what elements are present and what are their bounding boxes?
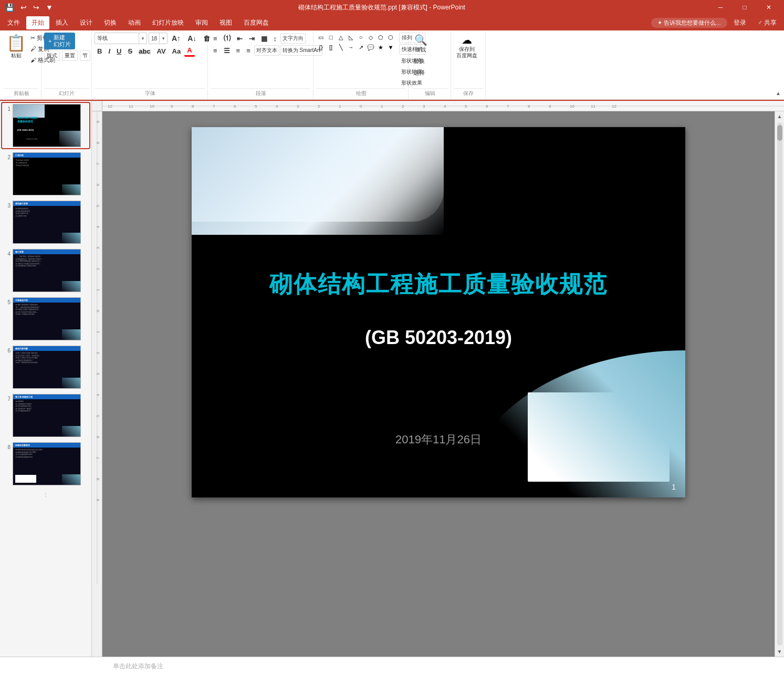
new-slide-button[interactable]: + 新建 幻灯片 bbox=[44, 33, 75, 49]
replace-button[interactable]: 替换 bbox=[411, 56, 427, 66]
shape-line[interactable]: ╲ bbox=[336, 43, 346, 52]
shape-triangle[interactable]: △ bbox=[336, 33, 346, 42]
slide-num-8: 8 bbox=[3, 442, 11, 450]
font-color-button[interactable]: A bbox=[184, 45, 194, 57]
menu-animations[interactable]: 动画 bbox=[123, 16, 146, 29]
shape-diamond[interactable]: ◇ bbox=[366, 33, 375, 42]
slide-deco-top bbox=[192, 127, 444, 222]
paste-label: 粘贴 bbox=[11, 52, 22, 59]
font-group-label: 字体 bbox=[95, 88, 205, 98]
s6-content: ■ 修订了砌体工程施工验收流程 ■ 对文字进行了梳理，表述更简洁 ■ 修订了砌体… bbox=[13, 351, 80, 365]
cols-button[interactable]: ▦ bbox=[258, 34, 270, 44]
reset-button[interactable]: 重置 bbox=[62, 50, 78, 61]
menu-baidu[interactable]: 百度网盘 bbox=[238, 16, 274, 29]
restore-button[interactable]: □ bbox=[733, 0, 757, 15]
indent-less-button[interactable]: ⇤ bbox=[234, 34, 245, 44]
underline-button[interactable]: U bbox=[114, 46, 124, 56]
s7-deco bbox=[62, 426, 80, 437]
section-button[interactable]: 节 bbox=[80, 50, 90, 61]
case-button[interactable]: Aa bbox=[170, 46, 184, 56]
redo-button[interactable]: ↪ bbox=[31, 2, 41, 13]
shape-more[interactable]: ▼ bbox=[386, 43, 395, 52]
bullets-button[interactable]: ≡ bbox=[211, 34, 220, 44]
slide-preview-5: 主要修改内容 ■ 增加了配筋砌体工程验收条款 第一，砌体用块材及砂浆检验项目 ■… bbox=[13, 297, 81, 340]
indent-more-button[interactable]: ⇥ bbox=[246, 34, 257, 44]
align-right-button[interactable]: ≡ bbox=[234, 46, 243, 56]
shape-curly[interactable]: ↗ bbox=[356, 43, 365, 52]
menu-design[interactable]: 设计 bbox=[75, 16, 98, 29]
share-button[interactable]: ♂ 共享 bbox=[752, 16, 782, 29]
strikethrough-button[interactable]: S bbox=[125, 46, 135, 56]
shape-rect2[interactable]: □ bbox=[326, 33, 336, 42]
svg-text:7: 7 bbox=[507, 104, 509, 109]
menu-transitions[interactable]: 切换 bbox=[99, 16, 122, 29]
menu-slideshow[interactable]: 幻灯片放映 bbox=[147, 16, 189, 29]
line-spacing-button[interactable]: ↕ bbox=[271, 34, 280, 44]
save-baidu-button[interactable]: ☁ 保存到 百度网盘 bbox=[454, 33, 480, 60]
slide-thumb-2[interactable]: 2 汇报内容 01 规范修订的背景 02 主要修改内容 03 各章节详细说明 bbox=[2, 151, 89, 196]
menu-view[interactable]: 视图 bbox=[214, 16, 237, 29]
char-spacing-button[interactable]: AV bbox=[154, 46, 168, 56]
scroll-down-button[interactable]: ▼ bbox=[775, 647, 784, 657]
tell-me-input[interactable]: ✦ 告诉我您想要做什么... bbox=[651, 18, 727, 28]
bold-button[interactable]: B bbox=[95, 46, 104, 56]
shape-bracket[interactable]: [] bbox=[326, 43, 336, 52]
shape-arrow[interactable]: → bbox=[346, 43, 356, 52]
slide-thumb-3[interactable]: 3 规范修订背景 ■ 原规范使用情况 ■ 新技术新材料应用 ■ 修订必要性分析 … bbox=[2, 200, 89, 245]
slide-thumb-5[interactable]: 5 主要修改内容 ■ 增加了配筋砌体工程验收条款 第一，砌体用块材及砂浆检验项目… bbox=[2, 296, 89, 341]
shape-rect[interactable]: ▭ bbox=[316, 33, 326, 42]
svg-text:7: 7 bbox=[96, 162, 100, 165]
undo-button[interactable]: ↩ bbox=[18, 2, 29, 13]
shape-circle[interactable]: ○ bbox=[356, 33, 365, 42]
close-button[interactable]: ✕ bbox=[757, 0, 781, 15]
slide-thumb-4[interactable]: 4 修订背景 一、"危改"期间，配筋砌体大量采用 ■ 配筋砌体作为《砌体结构工程… bbox=[2, 248, 89, 293]
svg-text:6: 6 bbox=[486, 104, 488, 109]
find-button[interactable]: 🔍 查找 bbox=[411, 33, 430, 55]
shape-brace[interactable]: {} bbox=[316, 43, 326, 52]
align-center-button[interactable]: ☰ bbox=[221, 46, 233, 56]
shape-rtriangle[interactable]: ◺ bbox=[346, 33, 356, 42]
scroll-track[interactable] bbox=[777, 122, 782, 646]
shadow-button[interactable]: abc bbox=[136, 46, 153, 56]
italic-button[interactable]: I bbox=[106, 46, 113, 56]
s8-title: 砖砌体质量要求 bbox=[13, 443, 80, 448]
notes-area[interactable]: 单击此处添加备注 bbox=[0, 657, 784, 675]
slide-sub-actions: 版式 重置 节 bbox=[44, 50, 90, 61]
shape-star[interactable]: ★ bbox=[376, 43, 385, 52]
align-text-button[interactable]: 对齐文本 bbox=[254, 45, 279, 56]
slide-thumb-1[interactable]: 1 砌体结构工程施工质量验收规范 (GB 50203-2019) 2019年11… bbox=[2, 103, 89, 148]
font-size-select[interactable]: 18 ▼ bbox=[149, 33, 168, 44]
collapse-ribbon-button[interactable]: ▲ bbox=[775, 89, 782, 97]
text-direction-button[interactable]: 文字方向 bbox=[280, 33, 306, 44]
menu-home[interactable]: 开始 bbox=[26, 16, 49, 29]
save-button[interactable]: 💾 bbox=[3, 2, 16, 13]
menu-insert[interactable]: 插入 bbox=[50, 16, 74, 29]
menu-review[interactable]: 审阅 bbox=[190, 16, 213, 29]
paste-button[interactable]: 📋 粘贴 bbox=[4, 33, 28, 60]
font-name-select[interactable]: 等线 ▼ bbox=[95, 33, 147, 44]
login-button[interactable]: 登录 bbox=[728, 16, 751, 29]
slide-thumb-6[interactable]: 6 修改内容详解 ■ 修订了砌体工程施工验收流程 ■ 对文字进行了梳理，表述更简… bbox=[2, 345, 89, 390]
minimize-button[interactable]: ─ bbox=[708, 0, 733, 15]
s8-img bbox=[15, 475, 36, 483]
menu-file[interactable]: 文件 bbox=[2, 16, 25, 29]
numbering-button[interactable]: ⑴ bbox=[221, 33, 233, 44]
customize-qat-button[interactable]: ▼ bbox=[44, 2, 55, 13]
scroll-up-button[interactable]: ▲ bbox=[775, 111, 784, 121]
justify-button[interactable]: ≡ bbox=[244, 46, 253, 56]
shape-callout[interactable]: 💬 bbox=[366, 43, 375, 52]
slide-thumb-8[interactable]: 8 砖砌体质量要求 ■ 砖和砂浆强度等级必须符合设计要求 ■ 砌筑砂浆饱满度不低… bbox=[2, 441, 89, 486]
svg-text:2: 2 bbox=[96, 351, 100, 354]
select-button[interactable]: 选择 bbox=[411, 67, 427, 78]
font-shrink-button[interactable]: A↓ bbox=[185, 33, 199, 44]
canvas-area[interactable]: 砌体结构工程施工质量验收规范 (GB 50203-2019) 2019年11月2… bbox=[102, 111, 775, 657]
s5-title: 主要修改内容 bbox=[13, 298, 80, 303]
scroll-thumb[interactable] bbox=[777, 125, 782, 141]
para-row2: ≡ ☰ ≡ ≡ 对齐文本 转换为 SmartArt bbox=[211, 45, 322, 56]
align-left-button[interactable]: ≡ bbox=[211, 46, 220, 56]
slide-thumb-7[interactable]: 7 第三章 砖砌体工程 ■ 材料要求 ■ 小砌块砌体工程要求 ■ 多孔砖砌体施工… bbox=[2, 393, 89, 438]
font-grow-button[interactable]: A↑ bbox=[169, 33, 183, 44]
shape-hex[interactable]: ⬡ bbox=[386, 33, 395, 42]
shape-pentagon[interactable]: ⬠ bbox=[376, 33, 385, 42]
layout-button[interactable]: 版式 bbox=[44, 50, 60, 61]
